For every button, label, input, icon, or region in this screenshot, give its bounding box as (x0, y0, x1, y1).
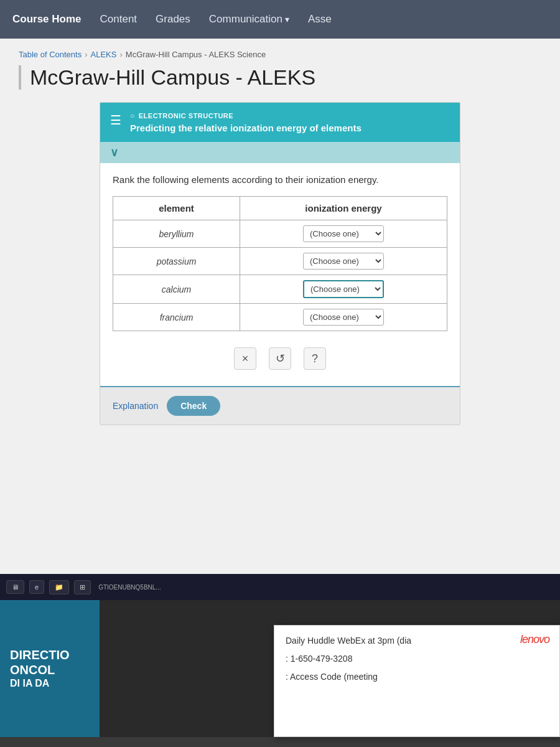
nav-communication[interactable]: Communication (209, 13, 282, 26)
poster-title-line1: DIRECTIO (10, 647, 70, 662)
element-potassium: potassium (113, 248, 240, 275)
notif-line-2: : 1-650-479-3208 (286, 652, 548, 665)
taskbar: 🖥 e 📁 ⊞ GTIOENUBNQ5BNL... (0, 574, 560, 600)
browser-icon: e (35, 583, 39, 591)
col-ionization: ionization energy (240, 197, 447, 220)
close-button[interactable]: × (234, 347, 256, 370)
col-element: element (113, 197, 240, 220)
element-beryllium: beryllium (113, 220, 240, 248)
nav-content[interactable]: Content (100, 13, 138, 26)
page-title: McGraw-Hill Campus - ALEKS (19, 65, 541, 90)
bottom-bar: Explanation Check (100, 386, 460, 425)
element-calcium: calcium (113, 275, 240, 304)
question-text: Rank the following elements according to… (113, 174, 447, 185)
help-button[interactable]: ? (304, 347, 326, 370)
notif-line-1: Daily Huddle WebEx at 3pm (dia (286, 634, 548, 647)
francium-select[interactable]: (Choose one) 1 (lowest) 2 3 4 (highest) (303, 309, 384, 326)
francium-dropdown-cell: (Choose one) 1 (lowest) 2 3 4 (highest) (240, 304, 447, 331)
header-text: ELECTRONIC STRUCTURE Predicting the rela… (130, 111, 362, 133)
table-row: beryllium (Choose one) 1 (lowest) 2 3 4 … (113, 220, 447, 248)
windows-icon: ⊞ (80, 583, 85, 591)
aleks-widget: ☰ ELECTRONIC STRUCTURE Predicting the re… (100, 102, 460, 425)
calcium-select[interactable]: (Choose one) 1 (lowest) 2 3 4 (highest) (303, 280, 384, 298)
ionization-table: element ionization energy beryllium (Cho… (113, 196, 447, 331)
taskbar-browser-button[interactable]: e (29, 580, 44, 594)
poster-title-line2: ONCOL (10, 662, 55, 677)
taskbar-folder-button[interactable]: 📁 (49, 580, 69, 594)
question-area: Rank the following elements according to… (100, 163, 460, 386)
lenovo-logo: lenovo (520, 633, 549, 646)
reset-button[interactable]: ↺ (269, 347, 291, 370)
notification-popup: lenovo Daily Huddle WebEx at 3pm (dia : … (274, 625, 560, 737)
explanation-link[interactable]: Explanation (113, 401, 158, 411)
poster-title-line3: DI IA DA (10, 677, 49, 689)
topic-title: Predicting the relative ionization energ… (130, 123, 362, 133)
left-poster: DIRECTIO ONCOL DI IA DA (0, 600, 100, 737)
topic-label: ELECTRONIC STRUCTURE (130, 111, 362, 120)
communication-dropdown-icon: ▾ (285, 14, 289, 24)
breadcrumb-sep-1: › (85, 50, 87, 59)
table-row: francium (Choose one) 1 (lowest) 2 3 4 (… (113, 304, 447, 331)
breadcrumb-aleks[interactable]: ALEKS (91, 50, 117, 59)
folder-icon: 📁 (55, 583, 63, 591)
nav-asse[interactable]: Asse (308, 13, 332, 26)
top-navigation: Course Home Content Grades Communication… (0, 0, 560, 39)
desktop-area: DIRECTIO ONCOL DI IA DA lenovo Daily Hud… (0, 600, 560, 737)
menu-icon: ☰ (110, 113, 121, 128)
breadcrumb: Table of Contents › ALEKS › McGraw-Hill … (19, 50, 541, 59)
taskbar-windows-button[interactable]: ⊞ (74, 580, 91, 594)
table-row: potassium (Choose one) 1 (lowest) 2 3 4 … (113, 248, 447, 275)
main-content: Table of Contents › ALEKS › McGraw-Hill … (0, 39, 560, 574)
breadcrumb-toc[interactable]: Table of Contents (19, 50, 82, 59)
potassium-select[interactable]: (Choose one) 1 (lowest) 2 3 4 (highest) (303, 253, 384, 270)
calcium-dropdown-cell: (Choose one) 1 (lowest) 2 3 4 (highest) (240, 275, 447, 304)
chevron-bar[interactable]: ∨ (100, 142, 460, 163)
element-francium: francium (113, 304, 240, 331)
nav-course-home[interactable]: Course Home (12, 13, 82, 26)
taskbar-file-label: GTIOENUBNQ5BNL... (98, 584, 161, 591)
chevron-down-icon: ∨ (110, 146, 118, 159)
action-row: × ↺ ? (113, 341, 447, 380)
check-button[interactable]: Check (167, 396, 220, 416)
table-row: calcium (Choose one) 1 (lowest) 2 3 4 (h… (113, 275, 447, 304)
notif-line-3: : Access Code (meeting (286, 670, 548, 684)
breadcrumb-current: McGraw-Hill Campus - ALEKS Science (126, 50, 266, 59)
potassium-dropdown-cell: (Choose one) 1 (lowest) 2 3 4 (highest) (240, 248, 447, 275)
beryllium-dropdown-cell: (Choose one) 1 (lowest) 2 3 4 (highest) (240, 220, 447, 248)
taskbar-monitor-button[interactable]: 🖥 (6, 580, 24, 594)
aleks-header: ☰ ELECTRONIC STRUCTURE Predicting the re… (100, 103, 460, 142)
breadcrumb-sep-2: › (119, 50, 122, 59)
beryllium-select[interactable]: (Choose one) 1 (lowest) 2 3 4 (highest) (303, 225, 384, 242)
monitor-icon: 🖥 (12, 583, 19, 591)
nav-grades[interactable]: Grades (156, 13, 190, 26)
